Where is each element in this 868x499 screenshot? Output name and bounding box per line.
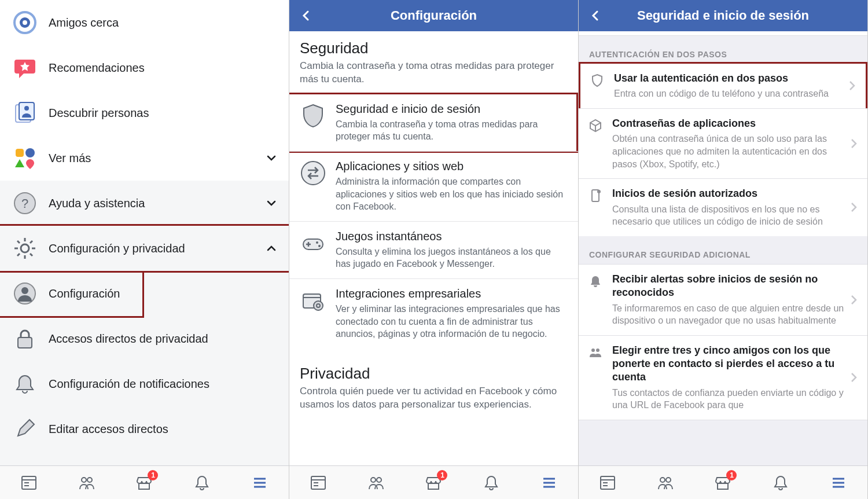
menu-edit-shortcuts[interactable]: Editar accesos directos <box>0 406 289 452</box>
menu-label: Configuración <box>49 287 132 300</box>
config-header: Configuración <box>289 0 578 31</box>
svg-point-61 <box>660 478 665 482</box>
chevron-down-icon <box>264 196 278 210</box>
svg-rect-49 <box>428 483 439 489</box>
menu-notif-settings[interactable]: Configuración de notificaciones <box>0 361 289 406</box>
chevron-right-icon <box>850 295 859 305</box>
svg-rect-6 <box>16 149 24 157</box>
svg-point-5 <box>24 106 29 111</box>
cell-title: Usar la autenticación en dos pasos <box>614 72 845 85</box>
shield-icon <box>589 72 606 89</box>
tab-bar: 1 <box>289 465 578 499</box>
cell-desc: Entra con un código de tu teléfono y una… <box>614 87 845 100</box>
badge: 1 <box>437 470 447 480</box>
cell-use-2fa[interactable]: Usar la autenticación en dos pasos Entra… <box>579 62 867 110</box>
item-title: Seguridad e inicio de sesión <box>336 102 566 116</box>
tab-feed[interactable] <box>596 471 619 494</box>
item-apps-websites[interactable]: Aplicaciones y sitios web Administra la … <box>289 151 578 221</box>
tab-feed[interactable] <box>17 471 41 494</box>
svg-point-10 <box>21 244 29 252</box>
shield-icon <box>300 102 326 129</box>
menu-logout[interactable]: Cerrar sesión <box>0 452 289 465</box>
cell-authorized-logins[interactable]: Inicios de sesión autorizados Consulta u… <box>579 178 867 236</box>
group-header: AUTENTICACIÓN EN DOS PASOS <box>579 36 867 64</box>
menu-privacy-shortcuts[interactable]: Accesos directos de privacidad <box>0 316 289 361</box>
tab-marketplace[interactable]: 1 <box>422 471 445 494</box>
cell-trusted-contacts[interactable]: Elegir entre tres y cinco amigos con los… <box>579 335 867 420</box>
menu-scroll: Amigos cerca Recomendaciones Descubrir p… <box>0 0 289 465</box>
menu-help-support[interactable]: ? Ayuda y asistencia <box>0 181 289 226</box>
menu-label: Accesos directos de privacidad <box>49 332 278 346</box>
tab-friends[interactable] <box>75 471 98 494</box>
logout-icon <box>10 460 39 465</box>
svg-rect-21 <box>18 337 32 348</box>
tab-friends[interactable] <box>365 471 388 494</box>
friends-icon <box>587 344 604 361</box>
cell-desc: Obtén una contraseña única de un solo us… <box>612 133 847 170</box>
item-biz-integrations[interactable]: Integraciones empresariales Ver y elimin… <box>289 278 578 348</box>
cell-app-passwords[interactable]: Contraseñas de aplicaciones Obtén una co… <box>579 108 867 178</box>
chevron-down-icon <box>264 151 278 165</box>
menu-nearby-friends[interactable]: Amigos cerca <box>0 0 289 45</box>
svg-point-27 <box>82 478 86 482</box>
section-title: Seguridad <box>289 31 578 60</box>
security-header: Seguridad e inicio de sesión <box>579 0 867 31</box>
svg-point-20 <box>21 287 28 294</box>
panel-menu: Amigos cerca Recomendaciones Descubrir p… <box>0 0 289 499</box>
svg-point-56 <box>596 348 599 352</box>
tab-menu[interactable] <box>827 471 850 494</box>
menu-recommendations[interactable]: Recomendaciones <box>0 45 289 90</box>
pencil-icon <box>10 414 39 443</box>
menu-settings[interactable]: Configuración <box>0 271 144 318</box>
security-scroll: AUTENTICACIÓN EN DOS PASOS Usar la auten… <box>579 31 867 465</box>
recommendations-icon <box>10 53 39 82</box>
menu-label: Configuración y privacidad <box>49 242 264 255</box>
chevron-right-icon <box>850 372 859 383</box>
tab-marketplace[interactable]: 1 <box>133 471 156 494</box>
see-more-icon <box>10 144 39 173</box>
svg-point-41 <box>314 301 323 310</box>
section-desc: Controla quién puede ver tu actividad en… <box>289 385 578 420</box>
chevron-right-icon <box>850 202 859 212</box>
svg-point-62 <box>666 478 671 482</box>
lock-icon <box>10 324 39 353</box>
tab-marketplace[interactable]: 1 <box>711 471 734 494</box>
cell-title: Contraseñas de aplicaciones <box>612 117 847 130</box>
menu-label: Recomendaciones <box>49 61 278 75</box>
menu-label: Configuración de notificaciones <box>49 377 278 391</box>
tab-menu[interactable] <box>538 471 561 494</box>
menu-settings-privacy[interactable]: Configuración y privacidad <box>0 224 289 273</box>
header-title: Seguridad e inicio de sesión <box>637 8 809 23</box>
tab-notifications[interactable] <box>190 471 214 494</box>
briefcase-gear-icon <box>300 287 326 314</box>
item-security-login[interactable]: Seguridad e inicio de sesión Cambia la c… <box>289 93 578 153</box>
box-icon <box>587 117 604 134</box>
cell-login-alerts[interactable]: Recibir alertas sobre inicios de sesión … <box>579 264 867 335</box>
menu-see-more[interactable]: Ver más <box>0 135 289 181</box>
svg-point-48 <box>377 478 381 482</box>
svg-text:?: ? <box>21 196 28 211</box>
svg-point-33 <box>301 162 325 185</box>
tab-notifications[interactable] <box>769 471 792 494</box>
menu-discover-people[interactable]: Descubrir personas <box>0 90 289 135</box>
panel-config: Configuración Seguridad Cambia la contra… <box>289 0 579 499</box>
chevron-right-icon <box>848 80 858 91</box>
chevron-up-icon <box>264 241 278 255</box>
tab-feed[interactable] <box>307 471 330 494</box>
back-button[interactable] <box>588 8 603 23</box>
tab-bar: 1 <box>579 465 867 499</box>
cell-title: Recibir alertas sobre inicios de sesión … <box>612 273 847 300</box>
item-instant-games[interactable]: Juegos instantáneos Consulta y elimina l… <box>289 221 578 278</box>
svg-point-37 <box>316 241 318 244</box>
settings-section: ? Ayuda y asistencia Configuración y pri… <box>0 181 289 465</box>
back-button[interactable] <box>299 8 314 23</box>
tab-friends[interactable] <box>654 471 677 494</box>
tab-notifications[interactable] <box>480 471 503 494</box>
item-desc: Consulta y elimina los juegos instantáne… <box>336 245 568 270</box>
gear-icon <box>10 234 39 263</box>
header-title: Configuración <box>391 8 477 23</box>
svg-point-2 <box>23 20 27 25</box>
tab-menu[interactable] <box>248 471 271 494</box>
badge: 1 <box>726 470 737 480</box>
menu-label: Descubrir personas <box>49 107 278 120</box>
